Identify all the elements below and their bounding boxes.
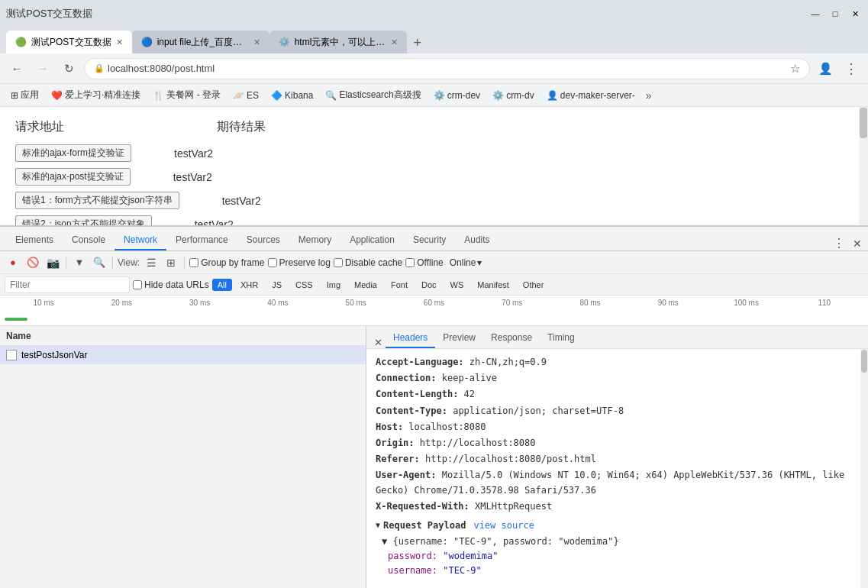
- back-button[interactable]: ←: [6, 58, 27, 79]
- bookmark-aixue[interactable]: ❤️ 爱上学习·精准连接: [47, 87, 145, 103]
- filter-manifest[interactable]: Manifest: [472, 279, 515, 291]
- online-dropdown[interactable]: Online ▾: [447, 256, 486, 270]
- tab-security[interactable]: Security: [404, 231, 455, 250]
- filter-input[interactable]: [5, 276, 130, 293]
- tab-audits[interactable]: Audits: [455, 231, 499, 250]
- filter-toggle-button[interactable]: ▼: [71, 254, 88, 271]
- page-scrollbar-thumb: [860, 108, 867, 138]
- offline-checkbox[interactable]: [405, 258, 415, 267]
- timeline-70ms: 70 ms: [473, 299, 551, 307]
- detail-tab-timing[interactable]: Timing: [540, 328, 582, 348]
- hide-data-urls-checkbox[interactable]: [133, 280, 142, 289]
- payload-username-key: username:: [388, 565, 443, 576]
- tab-elements[interactable]: Elements: [6, 231, 63, 250]
- address-bar: ← → ↻ 🔒 localhost:8080/post.html ☆ 👤 ⋮: [0, 53, 868, 84]
- close-button[interactable]: ✕: [848, 7, 862, 21]
- bookmark-es-label: ES: [247, 90, 259, 101]
- search-button[interactable]: 🔍: [91, 254, 108, 271]
- offline-label[interactable]: Offline: [405, 257, 443, 268]
- view-large-button[interactable]: ⊞: [163, 254, 179, 271]
- tab-sources[interactable]: Sources: [237, 231, 289, 250]
- payload-username-value: "TEC-9": [443, 565, 482, 576]
- view-list-button[interactable]: ☰: [143, 254, 160, 271]
- group-by-frame-checkbox[interactable]: [189, 258, 198, 267]
- tab-2-favicon: 🔵: [141, 37, 153, 47]
- reload-button[interactable]: ↻: [58, 58, 79, 79]
- tab-1-close[interactable]: ✕: [116, 37, 123, 47]
- bookmark-star[interactable]: ☆: [790, 62, 800, 76]
- minimize-button[interactable]: —: [808, 7, 822, 21]
- disable-cache-checkbox[interactable]: [334, 258, 343, 267]
- filter-css[interactable]: CSS: [290, 279, 318, 291]
- es-icon: 🪐: [233, 90, 244, 101]
- error1-button[interactable]: 错误1：form方式不能提交json字符串: [15, 192, 179, 209]
- new-tab-button[interactable]: +: [407, 32, 428, 53]
- capture-screenshot-button[interactable]: 📷: [44, 254, 61, 271]
- view-source-link[interactable]: view source: [473, 519, 534, 533]
- bookmark-crmdev[interactable]: ⚙️ crm-dev: [429, 89, 485, 102]
- ajax-form-button[interactable]: 标准的ajax-form提交验证: [15, 144, 131, 162]
- error2-button[interactable]: 错误2：json方式不能提交对象: [15, 215, 152, 225]
- hide-data-urls-label[interactable]: Hide data URLs: [133, 279, 209, 290]
- clear-button[interactable]: 🚫: [24, 254, 41, 271]
- filter-media[interactable]: Media: [349, 279, 382, 291]
- profile-button[interactable]: 👤: [815, 58, 836, 79]
- detail-close-button[interactable]: ✕: [371, 337, 386, 348]
- page-row-0-value: testVar2: [174, 147, 213, 160]
- settings-menu-button[interactable]: ⋮: [841, 58, 862, 79]
- page-scrollbar[interactable]: [859, 107, 868, 225]
- filter-font[interactable]: Font: [386, 279, 413, 291]
- tab-3[interactable]: ⚙️ html元素中，可以上传文件的唯一 ✕: [269, 31, 407, 53]
- filter-all[interactable]: All: [212, 279, 232, 291]
- request-item-0[interactable]: testPostJsonVar: [0, 346, 366, 364]
- header-referer: Referer: http://localhost:8080/post.html: [376, 452, 854, 467]
- filter-js[interactable]: JS: [266, 279, 287, 291]
- filter-doc[interactable]: Doc: [416, 279, 442, 291]
- tab-network[interactable]: Network: [115, 231, 166, 250]
- bookmark-devmaker[interactable]: 👤 dev-maker-server-: [542, 89, 640, 102]
- tab-1[interactable]: 🟢 测试POST交互数据 ✕: [6, 31, 132, 53]
- bookmark-meican[interactable]: 🍴 美餐网 - 登录: [148, 87, 225, 103]
- group-by-frame-label[interactable]: Group by frame: [189, 257, 264, 268]
- bookmarks-bar: ⊞ 应用 ❤️ 爱上学习·精准连接 🍴 美餐网 - 登录 🪐 ES 🔷 Kiba…: [0, 84, 868, 107]
- filter-ws[interactable]: WS: [445, 279, 469, 291]
- header-host: Host: localhost:8080: [376, 420, 854, 435]
- tab-2-close[interactable]: ✕: [253, 37, 260, 47]
- bookmark-elastic[interactable]: 🔍 Elasticsearch高级搜: [321, 87, 425, 103]
- tab-3-close[interactable]: ✕: [391, 37, 398, 47]
- tab-application[interactable]: Application: [340, 231, 404, 250]
- bookmark-kibana[interactable]: 🔷 Kibana: [266, 89, 318, 102]
- bookmark-crmdv[interactable]: ⚙️ crm-dv: [488, 89, 539, 102]
- detail-tab-headers[interactable]: Headers: [386, 328, 435, 348]
- devtools-body: Name testPostJsonVar ✕ Headers Preview R…: [0, 326, 868, 588]
- tab-2[interactable]: 🔵 input file上传_百度搜索 ✕: [132, 31, 269, 53]
- kibana-icon: 🔷: [271, 90, 282, 101]
- detail-tab-response[interactable]: Response: [483, 328, 540, 348]
- preserve-log-checkbox[interactable]: [268, 258, 277, 267]
- bookmark-es[interactable]: 🪐 ES: [228, 89, 263, 102]
- tab-memory[interactable]: Memory: [289, 231, 340, 250]
- record-button[interactable]: ●: [5, 254, 21, 271]
- forward-button[interactable]: →: [32, 58, 53, 79]
- bookmark-apps[interactable]: ⊞ 应用: [6, 87, 44, 103]
- header-connection: Connection: keep-alive: [376, 371, 854, 386]
- payload-title: Request Payload: [383, 519, 466, 533]
- preserve-log-label[interactable]: Preserve log: [268, 257, 331, 268]
- detail-tab-preview[interactable]: Preview: [435, 328, 483, 348]
- filter-xhr[interactable]: XHR: [235, 279, 263, 291]
- devtools-overflow-icon[interactable]: ⋮: [833, 236, 845, 250]
- filter-img[interactable]: Img: [321, 279, 346, 291]
- disable-cache-label[interactable]: Disable cache: [334, 257, 402, 268]
- filter-other[interactable]: Other: [518, 279, 550, 291]
- tab-performance[interactable]: Performance: [166, 231, 237, 250]
- maximize-button[interactable]: □: [828, 7, 842, 21]
- request-payload-section: ▼ Request Payload view source: [376, 519, 854, 533]
- tab-console[interactable]: Console: [63, 231, 115, 250]
- devtools-close-icon[interactable]: ✕: [853, 237, 862, 250]
- url-box[interactable]: 🔒 localhost:8080/post.html ☆: [84, 58, 810, 79]
- bookmarks-more[interactable]: »: [643, 88, 655, 103]
- detail-scrollbar[interactable]: [860, 349, 868, 588]
- ajax-post-button[interactable]: 标准的ajax-post提交验证: [15, 168, 131, 186]
- bookmark-meican-label: 美餐网 - 登录: [166, 89, 221, 102]
- page-row-2: 错误1：form方式不能提交json字符串 testVar2: [15, 192, 853, 209]
